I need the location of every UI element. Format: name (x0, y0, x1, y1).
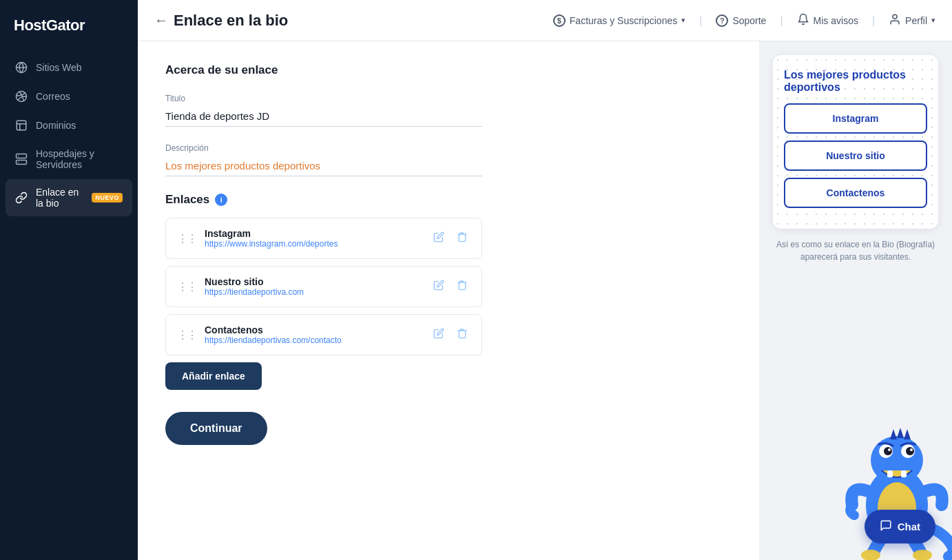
support-icon: ? (716, 14, 728, 27)
sidebar-item-hospedajes[interactable]: Hospedajes y Servidores (6, 141, 132, 178)
edit-link-button[interactable] (431, 229, 447, 248)
section-title: Acerca de su enlace (165, 63, 732, 77)
description-field-group: Descripción (165, 143, 732, 176)
delete-link-button[interactable] (454, 325, 470, 344)
chevron-down-icon: ▾ (681, 16, 685, 25)
link-actions (431, 277, 470, 296)
server-icon (15, 153, 28, 165)
content-area: Acerca de su enlace Titulo Descripción E… (138, 41, 952, 560)
delete-link-button[interactable] (454, 229, 470, 248)
svg-marker-24 (897, 428, 904, 438)
links-section: Enlaces i ⋮⋮ Instagram https://www.insta… (165, 193, 732, 390)
new-badge: NUEVO (92, 193, 123, 203)
svg-point-8 (893, 14, 897, 19)
preview-card: Los mejores productos deportivos Instagr… (773, 55, 938, 229)
preview-title: Los mejores productos deportivos (784, 69, 927, 94)
svg-point-18 (888, 448, 891, 451)
main-area: ← Enlace en la bio $ Facturas y Suscripc… (138, 0, 952, 560)
preview-panel: Los mejores productos deportivos Instagr… (759, 41, 952, 560)
chat-icon (880, 519, 892, 534)
brand-logo: HostGator (0, 0, 138, 54)
notices-button[interactable]: Mis avisos (797, 13, 858, 28)
description-input[interactable] (165, 156, 482, 176)
profile-button[interactable]: Perfil ▾ (889, 13, 935, 28)
link-info: Contactenos https://tiendadeportivas.com… (205, 324, 422, 345)
svg-point-17 (906, 447, 914, 455)
link-url: https://www.instagram.com/deportes (205, 239, 422, 249)
sidebar-item-dominios[interactable]: Dominios (6, 112, 132, 139)
continue-button[interactable]: Continuar (165, 412, 267, 445)
svg-marker-25 (904, 429, 911, 439)
add-link-button[interactable]: Añadir enlace (165, 362, 262, 390)
support-button[interactable]: ? Soporte (716, 14, 766, 27)
link-info: Instagram https://www.instagram.com/depo… (205, 228, 422, 249)
form-panel: Acerca de su enlace Titulo Descripción E… (138, 41, 759, 560)
chevron-down-icon: ▾ (931, 16, 935, 25)
link-name: Instagram (205, 228, 422, 239)
link-info: Nuestro sitio https://tiendadeportiva.co… (205, 276, 422, 297)
topnav-actions: $ Facturas y Suscripciones ▾ | ? Soporte… (553, 13, 935, 28)
preview-instagram-button[interactable]: Instagram (784, 103, 927, 134)
drag-handle-icon[interactable]: ⋮⋮ (177, 329, 196, 342)
link-item: ⋮⋮ Nuestro sitio https://tiendadeportiva… (165, 266, 482, 307)
links-header: Enlaces i (165, 193, 732, 207)
globe-icon (15, 61, 28, 74)
link-actions (431, 325, 470, 344)
svg-marker-23 (890, 429, 897, 439)
title-label: Titulo (165, 94, 732, 103)
back-button[interactable]: ← Enlace en la bio (154, 12, 288, 30)
sidebar-nav: Sitios Web Correos Dominios (0, 54, 138, 216)
sidebar: HostGator Sitios Web Correos (0, 0, 138, 560)
sidebar-item-label: Dominios (36, 120, 123, 131)
link-name: Nuestro sitio (205, 276, 422, 287)
edit-link-button[interactable] (431, 277, 447, 296)
title-input[interactable] (165, 106, 482, 127)
chat-button[interactable]: Chat (865, 510, 935, 543)
sidebar-item-label: Enlace en la bio (36, 187, 83, 209)
link-item: ⋮⋮ Instagram https://www.instagram.com/d… (165, 218, 482, 259)
delete-link-button[interactable] (454, 277, 470, 296)
drag-handle-icon[interactable]: ⋮⋮ (177, 232, 196, 245)
svg-rect-3 (17, 121, 26, 130)
link-actions (431, 229, 470, 248)
link-url: https://tiendadeportivas.com/contacto (205, 335, 422, 345)
preview-caption: Así es como su enlace en la Bio (Biograf… (770, 238, 941, 263)
billing-button[interactable]: $ Facturas y Suscripciones ▾ (553, 14, 685, 27)
back-arrow-icon: ← (154, 12, 168, 28)
title-field-group: Titulo (165, 94, 732, 127)
link-icon (15, 191, 28, 204)
user-icon (889, 13, 901, 28)
page-title: Enlace en la bio (174, 12, 288, 30)
sidebar-item-label: Hospedajes y Servidores (36, 148, 123, 170)
link-name: Contactenos (205, 324, 422, 335)
sidebar-item-enlace-bio[interactable]: Enlace en la bio NUEVO (6, 179, 132, 216)
mail-icon (15, 90, 28, 103)
sidebar-item-label: Sitios Web (36, 62, 123, 73)
bell-icon (797, 13, 809, 28)
svg-rect-12 (887, 470, 893, 477)
preview-nuestro-sitio-button[interactable]: Nuestro sitio (784, 141, 927, 171)
link-url: https://tiendadeportiva.com (205, 287, 422, 297)
info-icon[interactable]: i (215, 194, 227, 206)
drag-handle-icon[interactable]: ⋮⋮ (177, 280, 196, 293)
billing-icon: $ (553, 14, 566, 27)
edit-link-button[interactable] (431, 325, 447, 344)
sidebar-item-correos[interactable]: Correos (6, 83, 132, 110)
preview-contactenos-button[interactable]: Contactenos (784, 178, 927, 208)
sidebar-item-sitios-web[interactable]: Sitios Web (6, 54, 132, 81)
top-nav: ← Enlace en la bio $ Facturas y Suscripc… (138, 0, 952, 41)
links-title: Enlaces (165, 193, 209, 207)
svg-point-16 (884, 447, 892, 455)
link-item: ⋮⋮ Contactenos https://tiendadeportivas.… (165, 314, 482, 355)
description-label: Descripción (165, 143, 732, 153)
svg-point-19 (910, 448, 913, 451)
sidebar-item-label: Correos (36, 91, 123, 102)
svg-rect-13 (901, 470, 907, 477)
file-icon (15, 119, 28, 132)
